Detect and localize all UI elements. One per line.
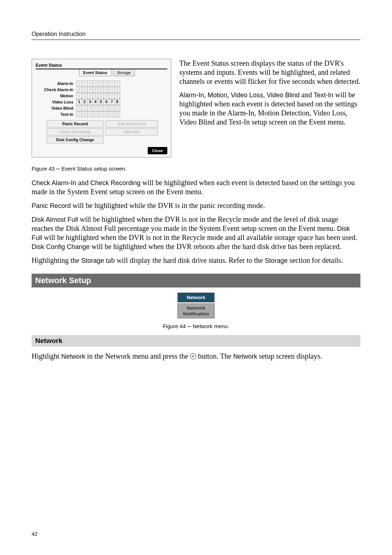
term-video-blind: Video Blind xyxy=(267,91,300,99)
cell: 1 xyxy=(76,93,82,99)
network-menu-figure: Network Network Notification xyxy=(32,293,360,319)
row-video-loss: Video Loss 1 2 3 4 5 6 7 8 xyxy=(36,99,167,105)
text: tab will display the hard disk drive sta… xyxy=(104,256,265,264)
cell: 3 xyxy=(87,93,93,99)
cell: 4 xyxy=(93,105,98,111)
cell: 2 xyxy=(82,93,87,99)
event-status-rows: Alarm-In 1 2 3 4 5 6 7 8 Check Alarm-In xyxy=(36,81,167,117)
paragraph: Alarm-In, Motion, Video Loss, Video Blin… xyxy=(179,90,360,127)
term-text-in: Text-In xyxy=(314,91,333,99)
pill-disk-full: Disk Full xyxy=(105,128,158,135)
pill-panic-record: Panic Record xyxy=(46,120,104,127)
cell: 4 xyxy=(93,87,98,93)
cell: 3 xyxy=(87,81,93,86)
cell: 1 xyxy=(76,111,82,117)
tab-event-status[interactable]: Event Status xyxy=(79,69,111,76)
paragraph: Check Alarm-In and Check Recording will … xyxy=(32,178,360,196)
cell: 1 xyxy=(76,99,82,105)
paragraph: Panic Record will be highlighted while t… xyxy=(32,201,360,210)
cell: 4 xyxy=(93,81,98,86)
term-network: Network xyxy=(61,353,85,360)
term-alarm-in: Alarm-In xyxy=(179,91,204,99)
text: will be highlighted when the DVR reboots… xyxy=(90,242,341,250)
cell: 3 xyxy=(87,99,93,105)
text: will be highlighted while the DVR is in … xyxy=(71,201,265,209)
menu-item-label-l1: Network xyxy=(187,305,205,311)
paragraph: Highlight Network in the Network menu an… xyxy=(32,352,360,361)
cell: 5 xyxy=(98,111,104,117)
event-status-title: Event Status xyxy=(36,63,167,68)
row-alarm-in: Alarm-In 1 2 3 4 5 6 7 8 xyxy=(36,81,167,86)
cell: 7 xyxy=(109,105,115,111)
cell: 2 xyxy=(82,111,87,117)
cell: 2 xyxy=(82,87,87,93)
cell: 3 xyxy=(87,87,93,93)
left-column: Event Status Event Status Storage Alarm-… xyxy=(32,59,171,163)
cell: 1 xyxy=(76,81,82,86)
term-disk-config-change: Disk Config Change xyxy=(32,243,90,250)
text: and xyxy=(76,179,90,187)
two-column-layout: Event Status Event Status Storage Alarm-… xyxy=(32,59,360,163)
term-panic-record: Panic Record xyxy=(32,202,71,209)
term-check-recording: Check Recording xyxy=(90,179,140,187)
cell: 5 xyxy=(98,105,104,111)
cell: 5 xyxy=(98,99,104,105)
right-column: The Event Status screen displays the sta… xyxy=(179,59,360,163)
term-motion: Motion xyxy=(208,91,227,99)
cell: 6 xyxy=(103,105,109,111)
cell: 8 xyxy=(114,111,120,117)
text: button. The xyxy=(196,352,233,360)
cell: 6 xyxy=(103,99,109,105)
text: Highlight xyxy=(32,352,61,360)
tabs-row: Event Status Storage xyxy=(36,69,167,76)
term-network: Network xyxy=(233,353,257,360)
menu-box: Network Network Notification xyxy=(177,293,215,319)
tab-storage[interactable]: Storage xyxy=(113,69,135,76)
channel-cells: 1 2 3 4 5 6 7 8 xyxy=(76,81,120,86)
figure-caption-44: Figure 44 ─ Network menu. xyxy=(32,323,360,329)
cell: 8 xyxy=(114,105,120,111)
cell: 3 xyxy=(87,105,93,111)
text: , xyxy=(204,91,208,99)
page-header: Operation Instruction xyxy=(32,31,360,40)
cell: 7 xyxy=(109,87,115,93)
text: , xyxy=(227,91,231,99)
row-label: Check Alarm-In xyxy=(36,87,76,92)
cell: 8 xyxy=(114,87,120,93)
term-video-loss: Video Loss xyxy=(231,91,263,99)
cell: 6 xyxy=(103,81,109,86)
cell: 2 xyxy=(82,81,87,86)
text: , xyxy=(263,91,267,99)
row-label: Video Blind xyxy=(36,106,76,110)
channel-cells: 1 2 3 4 5 6 7 8 xyxy=(76,99,120,105)
text: Highlighting the xyxy=(32,256,81,264)
cell: 4 xyxy=(93,99,98,105)
menu-item-notification[interactable]: Network Notification xyxy=(177,303,215,318)
row-label: Text-In xyxy=(36,112,76,117)
row-check-alarm-in: Check Alarm-In 1 2 3 4 5 6 7 8 xyxy=(36,87,167,93)
paragraph: The Event Status screen displays the sta… xyxy=(179,59,360,86)
cell: 6 xyxy=(103,111,109,117)
text: will be highlighted when the DVR is not … xyxy=(42,233,357,241)
term-check-alarm-in: Check Alarm-In xyxy=(32,179,76,187)
cell: 5 xyxy=(98,81,104,86)
pill-disk-config-change: Disk Config Change xyxy=(46,136,104,143)
paragraph: Disk Almost Full will be highlighted whe… xyxy=(32,215,360,251)
row-text-in: Text-In 1 2 3 4 5 6 7 8 xyxy=(36,111,167,117)
cell: 2 xyxy=(82,99,87,105)
figure-caption-43: Figure 43 ─ Event Status setup screen. xyxy=(32,166,360,172)
row-motion: Motion 1 2 3 4 5 6 7 8 xyxy=(36,93,167,99)
row-video-blind: Video Blind 1 2 3 4 5 6 7 8 xyxy=(36,105,167,111)
menu-item-network[interactable]: Network xyxy=(177,293,215,302)
text: setup screen displays. xyxy=(257,352,322,360)
event-status-panel: Event Status Event Status Storage Alarm-… xyxy=(32,59,171,158)
row-label: Motion xyxy=(36,94,76,98)
pill-check-recording: Check Recording xyxy=(46,128,104,135)
cell: 1 xyxy=(76,105,82,111)
close-button[interactable]: Close xyxy=(148,147,167,154)
cell: 7 xyxy=(109,93,115,99)
channel-cells: 1 2 3 4 5 6 7 8 xyxy=(76,111,120,117)
cell: 6 xyxy=(103,87,109,93)
text: in the Network menu and press the xyxy=(85,352,190,360)
term-storage: Storage xyxy=(81,257,104,264)
